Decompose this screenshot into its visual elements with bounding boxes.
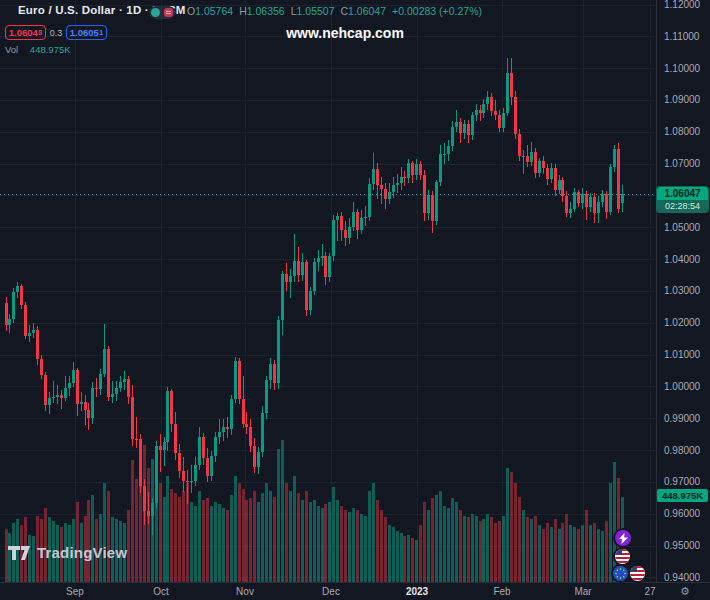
lightning-marker-icon[interactable] [613, 528, 633, 548]
price-tick-label: 1.05000 [664, 222, 700, 233]
bid-price: 1.0604 [9, 27, 38, 38]
price-tick-label: 1.03000 [664, 285, 700, 296]
volume-bar [459, 510, 462, 582]
volume-bar [455, 502, 458, 582]
candle-body [384, 189, 387, 199]
candle-body [482, 104, 485, 113]
candle-body [569, 209, 572, 213]
volume-bar [482, 519, 485, 582]
sell-button[interactable]: 1.06048 [5, 25, 46, 40]
volume-bar [348, 512, 351, 582]
candle-body [36, 330, 39, 359]
time-tick-label: 2023 [406, 586, 428, 597]
volume-bar [577, 529, 580, 582]
candle-body [364, 217, 367, 218]
gear-icon[interactable]: ⚙ [680, 585, 690, 598]
us-flag-icon [615, 549, 630, 564]
volume-bar [435, 495, 438, 582]
candle-body [340, 216, 343, 230]
candle-body [218, 432, 221, 438]
us-flag-marker-icon[interactable] [613, 547, 632, 566]
volume-bar [313, 500, 316, 582]
candle-body [202, 437, 205, 458]
volume-bar [328, 502, 331, 582]
volume-bar [103, 483, 106, 582]
volume-bar [147, 468, 150, 582]
lightning-bolt-icon [619, 533, 628, 544]
volume-bar [261, 493, 264, 582]
candle-body [459, 122, 462, 133]
chart-canvas[interactable] [0, 0, 710, 600]
time-tick-label: Oct [153, 586, 169, 597]
volume-label: Vol [5, 44, 18, 55]
volume-bar [352, 508, 355, 582]
candle-body [147, 511, 150, 516]
price-tick-label: 0.95000 [664, 540, 700, 551]
volume-bar [202, 500, 205, 582]
volume-bar [234, 476, 237, 582]
bid-ask-row: 1.06048 0.3 1.06051 [5, 24, 107, 41]
volume-bar [479, 521, 482, 582]
candle-body [479, 110, 482, 114]
us-flag-marker-icon-2[interactable] [628, 564, 647, 583]
volume-bar [297, 493, 300, 582]
candle-body [91, 388, 94, 418]
time-tick-label: 27 [644, 586, 655, 597]
candle-body [76, 370, 79, 405]
volume-bar [206, 498, 209, 582]
candle-body [451, 127, 454, 147]
candle-body [12, 292, 15, 319]
candle-body [24, 305, 27, 336]
volume-bar [163, 497, 166, 583]
candle-body [253, 446, 256, 467]
candle-body [44, 375, 47, 406]
volume-bar [392, 527, 395, 582]
candle-body [230, 399, 233, 429]
candle-body [159, 446, 162, 450]
volume-bar [542, 529, 545, 582]
candle-body [510, 73, 513, 97]
candle-body [415, 164, 418, 176]
candle-body [352, 212, 355, 227]
volume-bar [506, 468, 509, 582]
volume-bar [218, 504, 221, 582]
candle-body [242, 399, 245, 424]
volume-bar [107, 491, 110, 582]
candle-body [372, 169, 375, 184]
candle-body [265, 380, 268, 413]
volume-bar [245, 500, 248, 582]
ask-price-fraction: 1 [99, 29, 103, 36]
bid-price-fraction: 8 [38, 29, 42, 36]
candle-body [431, 195, 434, 220]
volume-bar [463, 516, 466, 583]
candle-body [605, 194, 608, 212]
candle-body [348, 227, 351, 238]
volume-bar [471, 514, 474, 582]
buy-button[interactable]: 1.06051 [66, 25, 107, 40]
candle-body [380, 185, 383, 189]
candle-body [400, 177, 403, 184]
candle-body [273, 364, 276, 383]
volume-bar [273, 497, 276, 583]
time-axis[interactable]: ⚙ SepOctNovDec2023FebMar27 [0, 582, 710, 600]
candle-body [356, 212, 359, 230]
volume-bar [609, 483, 612, 582]
tradingview-logo[interactable]: TradingView [8, 544, 127, 561]
candle-body [28, 333, 31, 337]
volume-bar [565, 514, 568, 582]
price-tick-label: 0.97000 [664, 476, 700, 487]
volume-bar [589, 525, 592, 582]
volume-bar [593, 523, 596, 582]
market-status-toggle[interactable] [149, 6, 175, 19]
price-tick-label: 0.99000 [664, 413, 700, 424]
candle-body [309, 291, 312, 310]
candle-body [403, 177, 406, 179]
volume-bar [198, 491, 201, 582]
price-tick-label: 1.11000 [664, 31, 699, 42]
candle-body [163, 442, 166, 450]
bar-countdown: 02:28:54 [657, 200, 708, 212]
candle-body [589, 197, 592, 207]
price-tick-label: 1.09000 [664, 94, 700, 105]
candle-body [48, 398, 51, 405]
volume-bar [554, 519, 557, 582]
